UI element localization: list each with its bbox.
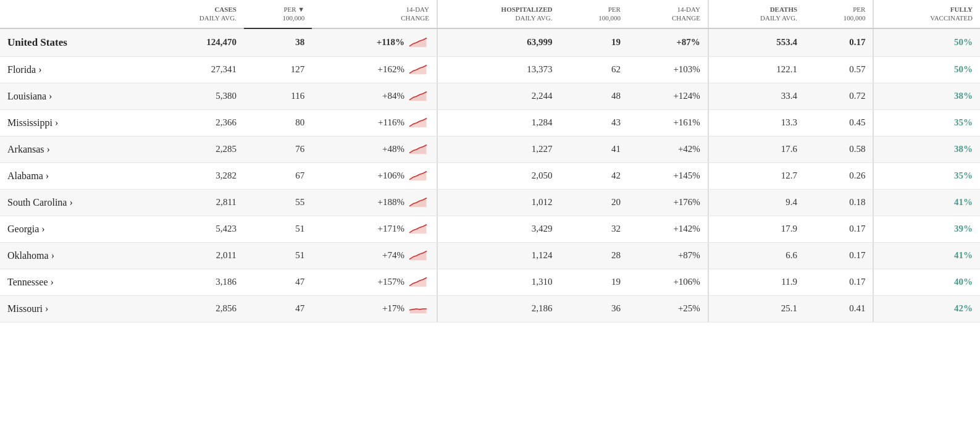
region-link[interactable]: Georgia ›	[7, 224, 45, 234]
region-link[interactable]: Tennessee ›	[7, 277, 54, 287]
region-cell[interactable]: Louisiana ›	[0, 83, 148, 109]
change-value: +48%	[382, 144, 404, 154]
deaths-per-cell: 0.72	[805, 83, 873, 109]
per100k-cell: 67	[244, 162, 312, 189]
hosp-cell: 3,429	[438, 216, 560, 242]
deaths-per-cell: 0.17	[805, 269, 873, 295]
change14-cell: +74%	[312, 242, 437, 269]
header-per100k[interactable]: PER ▼ 100,000	[244, 0, 312, 28]
deaths-per-cell: 0.18	[805, 189, 873, 216]
deaths-per-cell: 0.58	[805, 136, 873, 162]
region-link[interactable]: Oklahoma ›	[7, 250, 54, 261]
vaccinated-cell: 35%	[874, 109, 980, 136]
cases-cell: 2,285	[148, 136, 244, 162]
region-link[interactable]: Alabama ›	[7, 170, 49, 181]
region-cell[interactable]: Oklahoma ›	[0, 242, 148, 269]
change-value: +118%	[377, 37, 404, 48]
vaccinated-cell: 41%	[874, 189, 980, 216]
region-link[interactable]: Mississippi ›	[7, 117, 58, 128]
region-link[interactable]: Arkansas ›	[7, 144, 50, 154]
region-cell[interactable]: Tennessee ›	[0, 269, 148, 295]
hosp-per-cell: 48	[560, 83, 628, 109]
hosp-per-cell: 36	[560, 295, 628, 322]
table-row: Mississippi ›2,36680+116% 1,28443+161%13…	[0, 109, 980, 136]
change14-cell: +84%	[312, 83, 437, 109]
cases-cell: 5,380	[148, 83, 244, 109]
deaths-per-cell: 0.41	[805, 295, 873, 322]
region-cell[interactable]: South Carolina ›	[0, 189, 148, 216]
change14-cell: +17%	[312, 295, 437, 322]
hosp-per-cell: 42	[560, 162, 628, 189]
deaths-cell: 11.9	[709, 269, 805, 295]
hosp-cell: 1,124	[438, 242, 560, 269]
table-row: Arkansas ›2,28576+48% 1,22741+42%17.60.5…	[0, 136, 980, 162]
table-row: South Carolina ›2,81155+188% 1,01220+176…	[0, 189, 980, 216]
deaths-cell: 17.6	[709, 136, 805, 162]
header-hosp-change: 14-DAY CHANGE	[628, 0, 708, 28]
header-deaths-per: PER 100,000	[805, 0, 873, 28]
region-cell[interactable]: Alabama ›	[0, 162, 148, 189]
cases-cell: 3,186	[148, 269, 244, 295]
region-link[interactable]: Missouri ›	[7, 303, 48, 314]
hosp-per-cell: 32	[560, 216, 628, 242]
hosp-per-cell: 28	[560, 242, 628, 269]
change-value: +162%	[378, 64, 404, 75]
region-cell[interactable]: Georgia ›	[0, 216, 148, 242]
hosp-change-cell: +145%	[628, 162, 708, 189]
change14-cell: +106%	[312, 162, 437, 189]
per100k-cell: 47	[244, 269, 312, 295]
change-value: +188%	[378, 197, 404, 208]
vaccinated-cell: 50%	[874, 56, 980, 83]
region-link[interactable]: Florida ›	[7, 64, 42, 75]
region-cell[interactable]: Arkansas ›	[0, 136, 148, 162]
deaths-cell: 12.7	[709, 162, 805, 189]
header-region	[0, 0, 148, 28]
per100k-cell: 51	[244, 216, 312, 242]
vaccinated-cell: 50%	[874, 28, 980, 57]
hosp-change-cell: +106%	[628, 269, 708, 295]
per100k-cell: 51	[244, 242, 312, 269]
deaths-per-cell: 0.17	[805, 242, 873, 269]
table-row: Missouri ›2,85647+17% 2,18636+25%25.10.4…	[0, 295, 980, 322]
region-link[interactable]: Louisiana ›	[7, 91, 52, 101]
change14-cell: +171%	[312, 216, 437, 242]
hosp-change-cell: +87%	[628, 28, 708, 57]
change-value: +171%	[378, 224, 404, 234]
per100k-cell: 55	[244, 189, 312, 216]
header-cases: CASES DAILY AVG.	[148, 0, 244, 28]
change-value: +106%	[378, 170, 404, 181]
vaccinated-cell: 39%	[874, 216, 980, 242]
table-row: United States124,47038+118% 63,99919+87%…	[0, 28, 980, 57]
cases-cell: 5,423	[148, 216, 244, 242]
deaths-cell: 25.1	[709, 295, 805, 322]
header-hosp: HOSPITALIZED DAILY AVG.	[438, 0, 560, 28]
hosp-cell: 1,227	[438, 136, 560, 162]
hosp-cell: 1,012	[438, 189, 560, 216]
hosp-change-cell: +103%	[628, 56, 708, 83]
hosp-per-cell: 62	[560, 56, 628, 83]
change-value: +17%	[382, 303, 404, 314]
region-cell[interactable]: Florida ›	[0, 56, 148, 83]
vaccinated-cell: 41%	[874, 242, 980, 269]
header-deaths: DEATHS DAILY AVG.	[709, 0, 805, 28]
header-vaccinated: FULLY VACCINATED	[874, 0, 980, 28]
hosp-cell: 63,999	[438, 28, 560, 57]
hosp-cell: 1,310	[438, 269, 560, 295]
change14-cell: +118%	[312, 28, 437, 57]
deaths-cell: 13.3	[709, 109, 805, 136]
table-row: Alabama ›3,28267+106% 2,05042+145%12.70.…	[0, 162, 980, 189]
region-link[interactable]: South Carolina ›	[7, 197, 73, 208]
hosp-per-cell: 19	[560, 269, 628, 295]
vaccinated-cell: 40%	[874, 269, 980, 295]
vaccinated-cell: 42%	[874, 295, 980, 322]
hosp-change-cell: +25%	[628, 295, 708, 322]
cases-cell: 3,282	[148, 162, 244, 189]
region-cell[interactable]: Mississippi ›	[0, 109, 148, 136]
cases-cell: 2,366	[148, 109, 244, 136]
cases-cell: 27,341	[148, 56, 244, 83]
change-value: +116%	[378, 117, 404, 128]
change-value: +84%	[382, 91, 404, 101]
region-cell[interactable]: Missouri ›	[0, 295, 148, 322]
change14-cell: +188%	[312, 189, 437, 216]
deaths-per-cell: 0.26	[805, 162, 873, 189]
